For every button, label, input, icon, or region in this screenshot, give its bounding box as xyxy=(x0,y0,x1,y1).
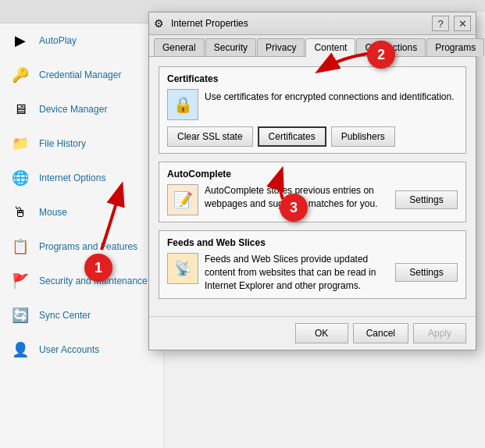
sidebar-label-programs: Programs and Features xyxy=(39,241,137,252)
sidebar-label-credential: Credential Manager xyxy=(39,69,121,80)
sidebar-label-autoplay: AutoPlay xyxy=(39,35,77,46)
feeds-icon: 📡 xyxy=(167,253,198,284)
certificates-buttons: Clear SSL state Certificates Publishers xyxy=(167,126,458,147)
certificates-icon: 🔒 xyxy=(167,89,198,120)
help-button[interactable]: ? xyxy=(432,16,449,31)
annotation-badge-2: 2 xyxy=(367,41,395,69)
internet-options-icon: 🌐 xyxy=(9,167,31,189)
clear-ssl-button[interactable]: Clear SSL state xyxy=(167,126,253,147)
certificates-title: Certificates xyxy=(167,73,458,84)
sidebar-item-internet-options[interactable]: 🌐 Internet Options xyxy=(0,161,163,195)
sidebar-label-user-accounts: User Accounts xyxy=(39,344,99,355)
sidebar-label-sync: Sync Center xyxy=(39,310,91,321)
tab-privacy[interactable]: Privacy xyxy=(257,38,305,56)
programs-icon: 📋 xyxy=(9,236,31,258)
sidebar-item-sync[interactable]: 🔄 Sync Center xyxy=(0,298,163,332)
autocomplete-title: AutoComplete xyxy=(167,169,458,180)
credential-icon: 🔑 xyxy=(9,64,31,86)
sidebar: ▶ AutoPlay 🔑 Credential Manager 🖥 Device… xyxy=(0,0,164,448)
certificates-section: Certificates 🔒 Use certificates for encr… xyxy=(159,66,466,154)
close-button[interactable]: ✕ xyxy=(454,16,471,31)
autocomplete-row: 📝 AutoComplete stores previous entries o… xyxy=(167,184,458,215)
dialog-body: Certificates 🔒 Use certificates for encr… xyxy=(149,57,476,316)
feeds-description: Feeds and Web Slices provide updated con… xyxy=(205,253,389,292)
annotation-badge-1: 1 xyxy=(84,254,112,282)
sidebar-item-credential[interactable]: 🔑 Credential Manager xyxy=(0,58,163,92)
certificates-row: 🔒 Use certificates for encrypted connect… xyxy=(167,89,458,120)
sidebar-item-programs[interactable]: 📋 Programs and Features xyxy=(0,229,163,264)
dialog-tabs: General Security Privacy Content Connect… xyxy=(149,35,476,57)
mouse-icon: 🖱 xyxy=(9,201,31,223)
device-manager-icon: 🖥 xyxy=(9,98,31,120)
autocomplete-section: AutoComplete 📝 AutoComplete stores previ… xyxy=(159,162,466,222)
tab-security[interactable]: Security xyxy=(205,38,256,56)
ok-button[interactable]: OK xyxy=(295,323,348,343)
certificates-description: Use certificates for encrypted connectio… xyxy=(205,89,458,104)
certificates-button[interactable]: Certificates xyxy=(258,126,326,147)
user-accounts-icon: 👤 xyxy=(9,339,31,361)
sidebar-label-internet-options: Internet Options xyxy=(39,172,105,183)
security-icon: 🚩 xyxy=(9,270,31,292)
sidebar-item-mouse[interactable]: 🖱 Mouse xyxy=(0,195,163,229)
autocomplete-settings-button[interactable]: Settings xyxy=(395,190,458,209)
annotation-badge-3: 3 xyxy=(280,194,308,222)
sidebar-item-autoplay[interactable]: ▶ AutoPlay xyxy=(0,23,163,58)
sidebar-item-file-history[interactable]: 📁 File History xyxy=(0,126,163,161)
feeds-settings-button[interactable]: Settings xyxy=(395,263,458,282)
publishers-button[interactable]: Publishers xyxy=(331,126,395,147)
sidebar-item-device-manager[interactable]: 🖥 Device Manager xyxy=(0,92,163,126)
feeds-title: Feeds and Web Slices xyxy=(167,237,458,248)
cancel-button[interactable]: Cancel xyxy=(353,323,408,343)
feeds-section: Feeds and Web Slices 📡 Feeds and Web Sli… xyxy=(159,230,466,299)
dialog-title: Internet Properties xyxy=(171,18,427,29)
dialog-footer: OK Cancel Apply xyxy=(149,316,476,350)
dialog-title-bar: ⚙ Internet Properties ? ✕ xyxy=(149,12,476,35)
sidebar-label-file-history: File History xyxy=(39,138,86,149)
tab-general[interactable]: General xyxy=(154,38,205,56)
autoplay-icon: ▶ xyxy=(9,30,31,52)
dialog-icon: ⚙ xyxy=(154,17,166,30)
tab-content[interactable]: Content xyxy=(305,38,355,57)
internet-properties-dialog: ⚙ Internet Properties ? ✕ General Securi… xyxy=(148,12,476,350)
sync-icon: 🔄 xyxy=(9,304,31,326)
feeds-row: 📡 Feeds and Web Slices provide updated c… xyxy=(167,253,458,292)
sidebar-item-user-accounts[interactable]: 👤 User Accounts xyxy=(0,332,163,367)
file-history-icon: 📁 xyxy=(9,133,31,155)
sidebar-label-mouse: Mouse xyxy=(39,207,67,218)
apply-button[interactable]: Apply xyxy=(413,323,466,343)
tab-programs[interactable]: Programs xyxy=(426,38,484,56)
sidebar-label-device-manager: Device Manager xyxy=(39,104,107,115)
autocomplete-icon: 📝 xyxy=(167,184,198,215)
bg-title-area xyxy=(148,0,485,12)
sidebar-item-security[interactable]: 🚩 Security and Maintenance xyxy=(0,264,163,298)
